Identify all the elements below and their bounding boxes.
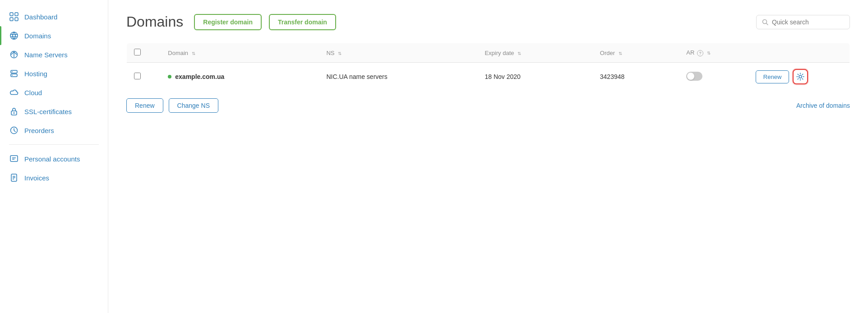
expiry-cell: 18 Nov 2020 (477, 63, 592, 91)
search-icon (762, 19, 768, 25)
sidebar-item-dashboard[interactable]: Dashboard (0, 7, 108, 26)
ns-value: NIC.UA name servers (326, 73, 387, 80)
quick-search-container (756, 15, 850, 29)
sidebar-item-cloud[interactable]: Cloud (0, 83, 108, 102)
register-domain-button[interactable]: Register domain (194, 14, 262, 30)
sort-ns-icon: ⇅ (338, 51, 342, 56)
select-all-header (127, 43, 161, 63)
ar-help-icon[interactable]: ? (697, 50, 703, 56)
table-bottom-actions: Renew Change NS Archive of domains (126, 98, 850, 113)
gear-settings-button[interactable] (793, 69, 808, 84)
table-row: example.com.ua NIC.UA name servers 18 No… (127, 63, 850, 91)
actions-cell: Renew (751, 63, 850, 91)
order-value: 3423948 (600, 73, 625, 80)
sidebar-item-label: Cloud (24, 89, 42, 97)
sort-order-icon: ⇅ (619, 51, 622, 56)
col-header-ar[interactable]: AR ? ⇅ (679, 43, 751, 63)
preorders-icon (9, 125, 19, 135)
hosting-icon (9, 69, 19, 78)
col-header-order[interactable]: Order ⇅ (593, 43, 679, 63)
col-header-expiry[interactable]: Expiry date ⇅ (477, 43, 592, 63)
bottom-change-ns-button[interactable]: Change NS (169, 98, 218, 113)
sort-expiry-icon: ⇅ (517, 51, 521, 56)
domain-name-text: example.com.ua (175, 73, 224, 80)
accounts-icon (9, 154, 19, 164)
domains-icon (9, 31, 19, 41)
svg-line-21 (766, 23, 768, 25)
gear-icon (796, 73, 804, 81)
col-header-ns[interactable]: NS ⇅ (319, 43, 477, 63)
svg-rect-1 (15, 13, 18, 16)
page-title: Domains (126, 14, 183, 30)
svg-rect-0 (10, 13, 13, 16)
page-header: Domains Register domain Transfer domain (126, 14, 850, 30)
svg-point-8 (12, 71, 13, 72)
expiry-value: 18 Nov 2020 (485, 73, 520, 80)
sort-domain-icon: ⇅ (192, 51, 195, 56)
sidebar-item-label: Name Servers (24, 51, 68, 59)
invoices-icon (9, 173, 19, 183)
ar-cell (679, 63, 751, 91)
sidebar: Dashboard Domains Name Servers (0, 0, 108, 313)
svg-rect-2 (10, 18, 13, 21)
svg-point-9 (12, 75, 13, 76)
sidebar-item-label: Preorders (24, 127, 54, 134)
sidebar-divider (9, 144, 99, 145)
sidebar-item-label: Invoices (24, 174, 49, 182)
bottom-renew-button[interactable]: Renew (126, 98, 163, 113)
ssl-icon (9, 106, 19, 116)
sidebar-item-invoices[interactable]: Invoices (0, 168, 108, 187)
domain-status-dot (168, 75, 171, 78)
col-header-domain[interactable]: Domain ⇅ (161, 43, 319, 63)
sidebar-item-ssl[interactable]: SSL-certificates (0, 102, 108, 121)
sidebar-item-label: Hosting (24, 70, 47, 78)
sidebar-item-label: SSL-certificates (24, 108, 72, 115)
svg-point-11 (14, 112, 15, 114)
quick-search-input[interactable] (772, 18, 844, 26)
sidebar-item-hosting[interactable]: Hosting (0, 64, 108, 83)
select-all-checkbox[interactable] (134, 49, 141, 55)
sidebar-item-label: Dashboard (24, 13, 57, 21)
order-cell: 3423948 (593, 63, 679, 91)
domain-cell: example.com.ua (161, 63, 319, 91)
cloud-icon (9, 87, 19, 97)
sidebar-item-preorders[interactable]: Preorders (0, 121, 108, 140)
ns-cell: NIC.UA name servers (319, 63, 477, 91)
svg-rect-13 (10, 156, 18, 161)
sidebar-item-label: Domains (24, 32, 51, 40)
row-checkbox[interactable] (134, 73, 141, 79)
main-content: Domains Register domain Transfer domain … (108, 0, 868, 313)
table-header-row: Domain ⇅ NS ⇅ Expiry date ⇅ Order ⇅ AR (127, 43, 850, 63)
domains-table: Domain ⇅ NS ⇅ Expiry date ⇅ Order ⇅ AR (126, 43, 850, 91)
svg-rect-3 (15, 18, 18, 21)
dashboard-icon (9, 12, 19, 22)
row-checkbox-cell (127, 63, 161, 91)
svg-point-22 (799, 75, 802, 78)
row-renew-button[interactable]: Renew (756, 70, 789, 83)
ar-toggle[interactable] (686, 72, 702, 81)
nameservers-icon (9, 50, 19, 60)
sidebar-item-name-servers[interactable]: Name Servers (0, 45, 108, 64)
sidebar-item-personal-accounts[interactable]: Personal accounts (0, 149, 108, 168)
sort-ar-icon: ⇅ (707, 51, 711, 55)
archive-domains-link[interactable]: Archive of domains (796, 102, 850, 109)
col-header-actions (751, 43, 850, 63)
sidebar-item-label: Personal accounts (24, 155, 80, 163)
sidebar-item-domains[interactable]: Domains (0, 26, 108, 45)
transfer-domain-button[interactable]: Transfer domain (269, 14, 336, 30)
